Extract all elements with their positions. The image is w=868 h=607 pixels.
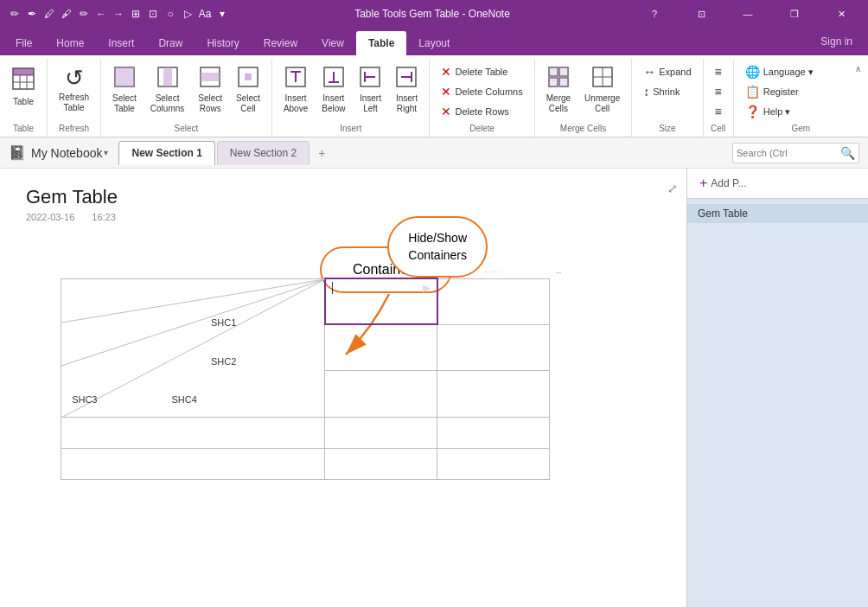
svg-line-37: [61, 279, 325, 323]
insert-below-icon: [323, 67, 344, 90]
col1-drag[interactable]: ····: [324, 267, 437, 277]
tab-review[interactable]: Review: [252, 31, 310, 55]
cell-r5c2[interactable]: [325, 448, 437, 479]
maximize-button[interactable]: ❐: [775, 0, 814, 28]
add-page-label: Add P...: [711, 177, 746, 189]
cell-r1c2[interactable]: ▶: [325, 278, 437, 324]
pen-icon[interactable]: ✏: [7, 6, 22, 22]
table-row-1: SHC1 SHC2 SHC3 SHC4 ▶: [61, 278, 550, 324]
undo-icon[interactable]: ←: [93, 6, 109, 22]
align-left-button[interactable]: ≡: [709, 62, 728, 81]
cell-r5c1[interactable]: [61, 448, 325, 479]
page-time: 16:23: [92, 212, 116, 222]
help-gem-button[interactable]: ❓ Help ▾: [739, 102, 820, 121]
insert-below-button[interactable]: InsertBelow: [316, 62, 351, 118]
ribbon: Table Table ↺ RefreshTable Refresh Selec…: [0, 55, 868, 137]
align-right-button[interactable]: ≡: [709, 102, 728, 121]
pen3-icon[interactable]: 🖊: [41, 6, 57, 22]
play-icon[interactable]: ▷: [180, 6, 195, 22]
tab-layout[interactable]: Layout: [406, 31, 462, 55]
cell-r2c3[interactable]: [437, 324, 550, 370]
search-input[interactable]: [737, 148, 840, 158]
merged-header-cell[interactable]: SHC1 SHC2 SHC3 SHC4: [61, 278, 325, 417]
pen4-icon[interactable]: 🖋: [59, 6, 74, 22]
close-button[interactable]: ✕: [821, 0, 861, 28]
page-title: Gem Table: [26, 186, 661, 208]
cell-r2c2[interactable]: [325, 324, 437, 370]
notebook-bar: 📓 My Notebook ▾ New Section 1 New Sectio…: [0, 137, 868, 169]
notebook-arrow-icon[interactable]: ▾: [104, 148, 108, 157]
section-tab-1[interactable]: New Section 1: [118, 141, 214, 165]
minimize-button[interactable]: —: [728, 0, 768, 28]
expand-button[interactable]: ↔ Expand: [637, 62, 697, 81]
select-table-button[interactable]: SelectTable: [106, 62, 143, 118]
delete-columns-button[interactable]: ✕ Delete Columns: [435, 82, 528, 101]
hideshow-line1: Hide/Show: [408, 231, 467, 245]
unmerge-cell-button[interactable]: UnmergeCell: [578, 62, 626, 118]
grid-icon[interactable]: ⊞: [128, 6, 144, 22]
shrink-label: Shrink: [653, 86, 680, 97]
circle-icon[interactable]: ○: [163, 6, 178, 22]
tab-view[interactable]: View: [310, 31, 356, 55]
tab-history[interactable]: History: [195, 31, 251, 55]
cell-r4c3[interactable]: [437, 417, 550, 448]
table-button[interactable]: Table: [5, 62, 41, 111]
cell-r3c2[interactable]: [325, 371, 437, 417]
cell-r4c2[interactable]: [325, 417, 437, 448]
page-list: Gem Table: [687, 199, 868, 228]
dropdown-icon[interactable]: ▾: [214, 6, 230, 22]
delete-group-label: Delete: [433, 121, 530, 137]
page-item-gem-table[interactable]: Gem Table: [687, 204, 868, 223]
select-cell-button[interactable]: SelectCell: [230, 62, 266, 118]
tab-insert[interactable]: Insert: [96, 31, 146, 55]
col2-drag[interactable]: ····: [437, 267, 549, 277]
select-columns-icon: [157, 67, 178, 90]
cell-r4c1[interactable]: [61, 417, 325, 448]
ribbon-collapse-button[interactable]: ∧: [853, 64, 863, 73]
align-center-button[interactable]: ≡: [709, 82, 728, 101]
title-bar: ✏ ✒ 🖊 🖋 ✏ ← → ⊞ ⊡ ○ ▷ Aa ▾ Table Tools G…: [0, 0, 868, 28]
shrink-button[interactable]: ↕ Shrink: [637, 82, 697, 101]
text-icon[interactable]: Aa: [197, 6, 213, 22]
insert-right-icon: [396, 67, 417, 90]
tab-file[interactable]: File: [3, 31, 44, 55]
merge-cells-button[interactable]: MergeCells: [540, 62, 577, 118]
gem-table: SHC1 SHC2 SHC3 SHC4 ▶: [61, 278, 550, 480]
redo-icon[interactable]: →: [111, 6, 126, 22]
signin-button[interactable]: Sign in: [808, 30, 865, 53]
cell-r3c3[interactable]: [437, 371, 550, 417]
pen5-icon[interactable]: ✏: [76, 6, 92, 22]
refresh-table-button[interactable]: ↺ RefreshTable: [53, 62, 95, 118]
add-page-button[interactable]: + Add P...: [696, 174, 750, 193]
notebook-name[interactable]: My Notebook: [31, 146, 102, 160]
select-rows-button[interactable]: SelectRows: [192, 62, 228, 118]
tab-home[interactable]: Home: [44, 31, 96, 55]
svg-rect-13: [245, 73, 252, 80]
right-panel: + Add P... Gem Table: [686, 169, 868, 607]
language-button[interactable]: 🌐 Language ▾: [739, 62, 820, 81]
search-icon[interactable]: 🔍: [840, 146, 855, 160]
tab-draw[interactable]: Draw: [146, 31, 195, 55]
help-button[interactable]: ?: [635, 0, 674, 28]
select-columns-button[interactable]: SelectColumns: [144, 62, 190, 118]
select-table-icon: [114, 67, 135, 90]
tab-table[interactable]: Table: [356, 31, 406, 55]
delete-rows-button[interactable]: ✕ Delete Rows: [435, 102, 528, 121]
expand-view-button[interactable]: ⤢: [667, 182, 678, 195]
add-section-button[interactable]: +: [311, 141, 332, 165]
align-left-icon: ≡: [715, 65, 722, 79]
register-button[interactable]: 📋 Register: [739, 82, 820, 101]
unmerge-cell-label: UnmergeCell: [584, 93, 620, 114]
section-tab-2[interactable]: New Section 2: [217, 141, 310, 165]
insert-below-label: InsertBelow: [322, 93, 345, 114]
frame-icon[interactable]: ⊡: [145, 6, 161, 22]
cell-r1c3[interactable]: [437, 278, 550, 324]
insert-above-button[interactable]: InsertAbove: [278, 62, 314, 118]
delete-table-button[interactable]: ✕ Delete Table: [435, 62, 528, 81]
insert-left-button[interactable]: InsertLeft: [353, 62, 387, 118]
insert-right-button[interactable]: InsertRight: [389, 62, 424, 118]
col-resize-arrow[interactable]: ↔: [549, 267, 568, 277]
cell-r5c3[interactable]: [437, 448, 550, 479]
pen2-icon[interactable]: ✒: [24, 6, 40, 22]
restore-button[interactable]: ⊡: [681, 0, 721, 28]
